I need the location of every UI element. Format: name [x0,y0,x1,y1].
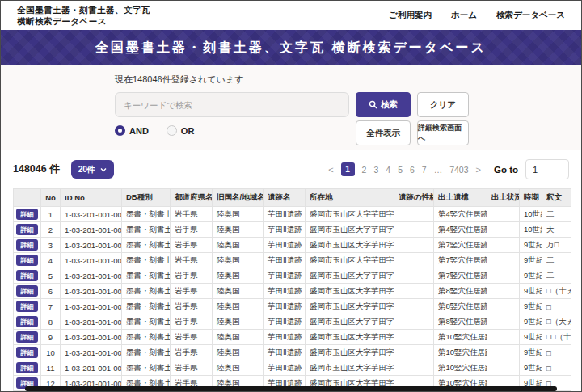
table-row: 詳細41-03-201-001-0004墨書・刻書土器岩手県陸奥国芋田Ⅱ遺跡盛岡… [14,253,571,268]
cell-c-per: 10世紀 [520,222,542,238]
cell-c-cond [487,222,520,238]
detail-button[interactable]: 詳細 [16,301,38,312]
cell-c-cond [487,360,520,376]
prev-page-button[interactable]: < [328,165,333,175]
cell-c-feat: 第4竪穴住居跡 [434,207,487,222]
search-button-label: 検索 [381,99,398,111]
cell-c-text: □ [542,360,571,376]
cell-c-feat: 第10竪穴住居跡 [434,330,487,345]
search-input[interactable] [115,92,349,117]
pagination: < 1234567…7403 > Go to [328,159,569,179]
nav-link-guide[interactable]: ご利用案内 [389,10,432,21]
detail-button[interactable]: 詳細 [16,362,38,373]
cell-c-char [394,299,434,314]
cell-c-db: 墨書・刻書土器 [122,314,171,330]
detail-cell: 詳細 [14,284,41,299]
page-number[interactable]: 3 [373,165,378,175]
topbar: 全国墨書土器・刻書土器、文字瓦 横断検索データベース ご利用案内ホーム検索データ… [1,1,581,30]
cell-c-old: 陸奥国 [213,314,264,330]
cell-c-addr: 盛岡市玉山区大字芋田字芋田 [306,268,394,284]
cell-c-no: 9 [41,330,61,345]
cell-c-per: 9世紀 [520,299,542,314]
detail-button[interactable]: 詳細 [16,285,38,297]
cell-c-text: □□（十万ヵ） [542,330,571,345]
cell-c-addr: 盛岡市玉山区大字芋田字芋田 [306,238,394,253]
nav-link-search-database[interactable]: 検索データベース [496,10,565,21]
table-row: 詳細61-03-201-001-0006墨書・刻書土器岩手県陸奥国芋田Ⅱ遺跡盛岡… [14,284,571,299]
cell-c-feat: 第8竪穴住居跡 [434,299,487,314]
page-number[interactable]: 6 [410,165,415,175]
cell-c-per: 9世紀 [520,314,542,330]
cell-c-pref: 岩手県 [171,222,213,238]
cell-c-char [394,360,434,376]
cell-c-db: 墨書・刻書土器 [122,284,171,299]
page-number[interactable]: 7 [422,165,427,175]
cell-c-no: 10 [41,345,61,360]
cell-c-pref: 岩手県 [171,360,213,376]
show-all-button[interactable]: 全件表示 [356,120,411,145]
table-header-detail [14,189,41,207]
cell-c-no: 2 [41,222,61,238]
table-row: 詳細91-03-201-001-0009墨書・刻書土器岩手県陸奥国芋田Ⅱ遺跡盛岡… [14,330,571,345]
page-number[interactable]: 4 [386,165,390,175]
boolean-operator-radios: AND OR [115,125,349,136]
cell-c-addr: 盛岡市玉山区大字芋田字芋田 [306,207,394,222]
page-number[interactable]: 2 [362,165,367,175]
clear-button[interactable]: クリア [417,92,469,117]
results-table: NoID NoDB種別都道府県名旧国名/地域名遺跡名所在地遺跡の性格出土遺構出土… [13,188,571,392]
cell-c-id: 1-03-201-001-0011 [61,360,122,376]
cell-c-text: 二 [542,207,571,222]
cell-c-char [394,222,434,238]
results-bar: 148046 件 20件 < 1234567…7403 > Go to [13,159,569,179]
detail-button[interactable]: 詳細 [16,331,38,343]
cell-c-pref: 岩手県 [171,253,213,268]
goto-page-input[interactable] [525,159,569,179]
cell-c-old: 陸奥国 [213,299,264,314]
table-row: 詳細21-03-201-001-0002墨書・刻書土器岩手県陸奥国芋田Ⅱ遺跡盛岡… [14,222,571,238]
cell-c-addr: 盛岡市玉山区大字芋田字芋田 [306,284,394,299]
detail-button[interactable]: 詳細 [16,209,38,220]
cell-c-feat: 第4竪穴住居跡 [434,222,487,238]
detail-button[interactable]: 詳細 [16,224,38,235]
search-button[interactable]: 検索 [356,92,411,117]
cell-c-text: □ [542,299,571,314]
cell-c-feat: 第10竪穴住居跡 [434,360,487,376]
cell-c-per: 9世紀 [520,330,542,345]
advanced-search-button[interactable]: 詳細検索画面へ [417,120,469,145]
cell-c-per: 9世紀 [520,284,542,299]
nav-link-home[interactable]: ホーム [451,10,477,21]
cell-c-no: 7 [41,299,61,314]
cell-c-old: 陸奥国 [213,207,264,222]
detail-button[interactable]: 詳細 [16,347,38,358]
table-row: 詳細101-03-201-001-0010墨書・刻書土器岩手県陸奥国芋田Ⅱ遺跡盛… [14,345,571,360]
detail-button[interactable]: 詳細 [16,270,38,281]
next-page-button[interactable]: > [476,165,481,175]
cell-c-cond [487,238,520,253]
table-header-c-old: 旧国名/地域名 [213,189,264,207]
cell-c-old: 陸奥国 [213,222,264,238]
logo-line1: 全国墨書土器・刻書土器、文字瓦 [17,4,150,15]
cell-c-db: 墨書・刻書土器 [122,253,171,268]
detail-cell: 詳細 [14,330,41,345]
cell-c-pref: 岩手県 [171,268,213,284]
table-header-row: NoID NoDB種別都道府県名旧国名/地域名遺跡名所在地遺跡の性格出土遺構出土… [14,189,571,207]
detail-button[interactable]: 詳細 [16,316,38,327]
cell-c-per: 9世紀 [520,268,542,284]
cell-c-site: 芋田Ⅱ遺跡 [264,299,306,314]
page-number[interactable]: 5 [398,165,403,175]
table-header-c-char: 遺跡の性格 [394,189,434,207]
horizontal-scrollbar[interactable] [25,386,557,391]
or-radio-option[interactable]: OR [167,125,195,136]
cell-c-addr: 盛岡市玉山区大字芋田字芋田 [306,299,394,314]
radio-checked-icon [115,125,125,136]
detail-button[interactable]: 詳細 [16,255,38,266]
cell-c-char [394,330,434,345]
page-number[interactable]: 7403 [449,165,468,175]
and-radio-option[interactable]: AND [115,125,149,136]
cell-c-site: 芋田Ⅱ遺跡 [264,207,306,222]
page-number-current[interactable]: 1 [341,162,355,176]
per-page-dropdown[interactable]: 20件 [71,160,114,179]
detail-button[interactable]: 詳細 [16,239,38,251]
cell-c-addr: 盛岡市玉山区大字芋田字芋田 [306,330,394,345]
cell-c-pref: 岩手県 [171,314,213,330]
